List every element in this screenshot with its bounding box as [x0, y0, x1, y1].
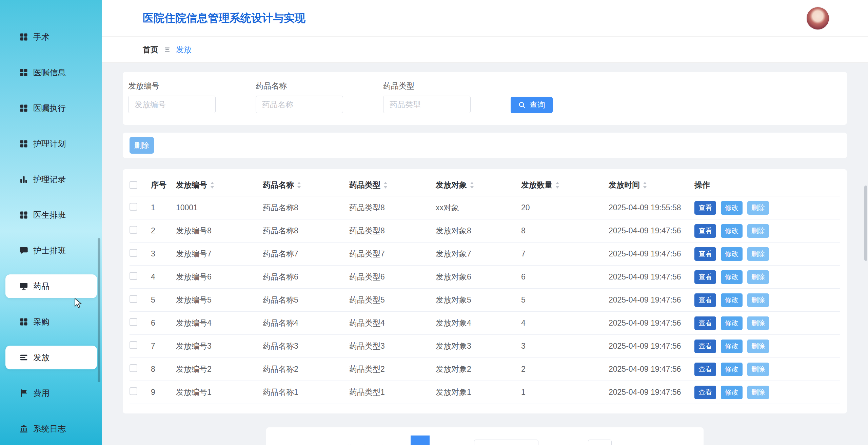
edit-row-button[interactable]: 修改: [721, 293, 743, 307]
cell-qty: 3: [521, 342, 609, 351]
column-header-quantity[interactable]: 发放数量: [521, 180, 609, 190]
view-row-button[interactable]: 查看: [694, 247, 716, 261]
search-input-drug-name[interactable]: [256, 96, 343, 113]
sidebar-item-doctor-schedule[interactable]: 医生排班: [5, 203, 97, 227]
column-header-code[interactable]: 发放编号: [176, 180, 263, 190]
view-row-button[interactable]: 查看: [694, 363, 716, 376]
row-checkbox[interactable]: [130, 295, 137, 303]
sidebar-item-nurse-schedule[interactable]: 护士排班: [5, 239, 97, 263]
cell-time: 2025-04-09 19:47:56: [609, 295, 694, 305]
row-checkbox[interactable]: [130, 272, 137, 280]
row-checkbox[interactable]: [130, 387, 137, 395]
select-all-checkbox[interactable]: [130, 181, 137, 189]
edit-row-button[interactable]: 修改: [721, 201, 743, 215]
cell-target: 发放对象2: [436, 364, 521, 374]
prev-page-button[interactable]: 上一页: [378, 443, 402, 445]
avatar[interactable]: [807, 7, 829, 30]
cell-code: 10001: [176, 203, 263, 212]
sort-caret-icon[interactable]: [297, 181, 301, 189]
bulk-delete-button[interactable]: 删除: [130, 137, 154, 154]
sidebar-item-nursing-plan[interactable]: 护理计划: [5, 132, 97, 156]
column-header-target[interactable]: 发放对象: [436, 180, 521, 190]
edit-row-button[interactable]: 修改: [721, 316, 743, 330]
delete-row-button[interactable]: 删除: [747, 386, 769, 399]
page-1-button[interactable]: 1: [411, 436, 430, 445]
search-input-release-code[interactable]: [128, 96, 216, 113]
column-header-time[interactable]: 发放时间: [609, 180, 694, 190]
edit-row-button[interactable]: 修改: [721, 224, 743, 238]
row-checkbox[interactable]: [130, 249, 137, 257]
delete-row-button[interactable]: 删除: [747, 201, 769, 215]
goto-page-group: 前往 页: [568, 440, 624, 445]
row-checkbox[interactable]: [130, 226, 137, 234]
delete-row-button[interactable]: 删除: [747, 270, 769, 284]
sidebar-item-surgery[interactable]: 手术: [5, 25, 97, 49]
edit-row-button[interactable]: 修改: [721, 270, 743, 284]
sort-caret-icon[interactable]: [470, 181, 474, 189]
next-page-button[interactable]: 下一页: [438, 443, 462, 445]
sidebar-scrollbar[interactable]: [98, 238, 100, 382]
sort-caret-icon[interactable]: [643, 181, 647, 189]
view-row-button[interactable]: 查看: [694, 386, 716, 399]
view-row-button[interactable]: 查看: [694, 201, 716, 215]
edit-row-button[interactable]: 修改: [721, 247, 743, 261]
query-button[interactable]: 查询: [511, 97, 553, 113]
sidebar-item-nursing-record[interactable]: 护理记录: [5, 168, 97, 191]
grid-icon: [19, 32, 28, 42]
pagination-total: 共 9 条: [346, 443, 370, 445]
delete-row-button[interactable]: 删除: [747, 224, 769, 238]
sidebar-item-release[interactable]: 发放: [5, 346, 97, 369]
view-row-button[interactable]: 查看: [694, 340, 716, 353]
cell-type: 药品类型8: [349, 226, 436, 236]
cell-time: 2025-04-09 19:47:56: [609, 318, 694, 328]
delete-row-button[interactable]: 删除: [747, 363, 769, 376]
grid-icon: [19, 68, 28, 77]
sidebar: 手术医嘱信息医嘱执行护理计划护理记录医生排班护士排班药品采购发放费用系统日志: [0, 0, 102, 445]
goto-page-input[interactable]: [588, 440, 612, 445]
sidebar-item-label: 发放: [33, 352, 50, 363]
cell-no: 8: [151, 365, 176, 374]
page-scrollbar[interactable]: [864, 186, 867, 261]
sort-caret-icon[interactable]: [555, 181, 560, 189]
delete-row-button[interactable]: 删除: [747, 316, 769, 330]
page-size-select[interactable]: 10条/页: [474, 440, 538, 445]
view-row-button[interactable]: 查看: [694, 293, 716, 307]
row-checkbox[interactable]: [130, 364, 137, 372]
sidebar-item-order-info[interactable]: 医嘱信息: [5, 61, 97, 84]
cell-time: 2025-04-09 19:47:56: [609, 365, 694, 374]
sidebar-item-system-log[interactable]: 系统日志: [5, 417, 97, 441]
column-header-name[interactable]: 药品名称: [263, 180, 349, 190]
edit-row-button[interactable]: 修改: [721, 340, 743, 353]
sort-caret-icon[interactable]: [383, 181, 388, 189]
row-actions: 查看修改删除: [694, 201, 840, 215]
sidebar-item-purchase[interactable]: 采购: [5, 310, 97, 334]
view-row-button[interactable]: 查看: [694, 270, 716, 284]
column-header-type[interactable]: 药品类型: [349, 180, 436, 190]
cell-type: 药品类型7: [349, 249, 436, 259]
sidebar-item-order-exec[interactable]: 医嘱执行: [5, 96, 97, 120]
edit-row-button[interactable]: 修改: [721, 363, 743, 376]
edit-row-button[interactable]: 修改: [721, 386, 743, 399]
cell-code: 发放编号5: [176, 295, 263, 305]
row-checkbox[interactable]: [130, 341, 137, 349]
delete-row-button[interactable]: 删除: [747, 247, 769, 261]
view-row-button[interactable]: 查看: [694, 316, 716, 330]
delete-row-button[interactable]: 删除: [747, 293, 769, 307]
delete-row-button[interactable]: 删除: [747, 340, 769, 353]
view-row-button[interactable]: 查看: [694, 224, 716, 238]
cell-no: 9: [151, 388, 176, 397]
breadcrumb-separator-icon: [164, 46, 171, 53]
cell-qty: 7: [521, 249, 609, 258]
sidebar-item-fee[interactable]: 费用: [5, 381, 97, 405]
sort-caret-icon[interactable]: [210, 181, 215, 189]
sidebar-menu: 手术医嘱信息医嘱执行护理计划护理记录医生排班护士排班药品采购发放费用系统日志: [0, 0, 102, 441]
cell-type: 药品类型4: [349, 318, 436, 328]
row-checkbox[interactable]: [130, 203, 137, 211]
sidebar-item-medicine[interactable]: 药品: [5, 274, 97, 298]
cell-name: 药品名称3: [263, 341, 349, 351]
breadcrumb-home[interactable]: 首页: [143, 44, 158, 55]
search-panel: 发放编号药品名称药品类型 查询: [123, 72, 847, 125]
row-checkbox[interactable]: [130, 318, 137, 326]
search-input-drug-type[interactable]: [383, 96, 471, 113]
cell-code: 发放编号3: [176, 341, 263, 351]
